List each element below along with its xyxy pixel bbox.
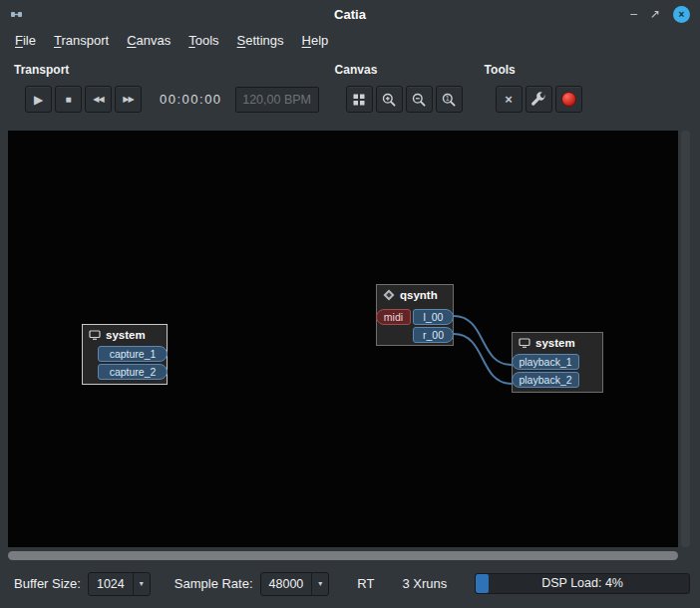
clear-xruns-icon: × (505, 93, 513, 106)
xruns-counter: 3 Xruns (402, 576, 447, 591)
transport-time-display: 00:00:00 (160, 92, 222, 107)
port-playback-2[interactable]: playback_2 (512, 372, 579, 388)
svg-text:1: 1 (446, 95, 450, 102)
transport-section: Transport ▶ ■ ◀◀ ▶▶ 00:00:00 120,00 BPM (14, 63, 319, 113)
canvas-area: system capture_1 capture_2 qsynth midi l… (8, 131, 692, 547)
horizontal-scrollbar-handle[interactable] (8, 551, 678, 560)
forward-icon: ▶▶ (123, 95, 133, 104)
stop-icon: ■ (65, 94, 71, 105)
realtime-badge: RT (357, 576, 374, 591)
box-header[interactable]: qsynth (377, 285, 453, 304)
zoom-in-icon (381, 92, 397, 108)
horizontal-scrollbar[interactable] (8, 551, 678, 560)
forward-button[interactable]: ▶▶ (115, 86, 142, 113)
toolbar: Transport ▶ ■ ◀◀ ▶▶ 00:00:00 120,00 BPM … (0, 53, 700, 123)
box-title: system (106, 329, 146, 341)
vertical-scrollbar[interactable] (678, 131, 692, 547)
play-button[interactable]: ▶ (25, 86, 52, 113)
port-playback-1[interactable]: playback_1 (512, 354, 579, 370)
sample-rate-label: Sample Rate: (175, 576, 253, 591)
sample-rate-value: 48000 (261, 577, 312, 591)
window-title: Catia (0, 7, 700, 22)
box-title: system (535, 337, 575, 349)
box-title: qsynth (400, 289, 438, 301)
sample-rate-select[interactable]: 48000 ▾ (260, 572, 330, 596)
minimize-button[interactable]: – (630, 8, 637, 20)
box-qsynth[interactable]: qsynth midi l_00 r_00 (376, 284, 454, 346)
app-icon (10, 7, 24, 21)
dsp-load-progressbar: DSP Load: 4% (475, 573, 690, 594)
stop-button[interactable]: ■ (55, 86, 82, 113)
configure-button[interactable] (525, 86, 552, 113)
port-r00[interactable]: r_00 (413, 327, 454, 343)
port-capture-1[interactable]: capture_1 (98, 346, 168, 362)
box-header[interactable]: system (83, 325, 167, 344)
wrench-icon (530, 92, 546, 108)
port-capture-2[interactable]: capture_2 (98, 364, 168, 380)
vertical-scrollbar-handle[interactable] (681, 131, 690, 547)
bpm-display: 120,00 BPM (235, 87, 319, 113)
close-button[interactable]: × (673, 6, 690, 23)
box-system-capture[interactable]: system capture_1 capture_2 (82, 324, 168, 385)
menu-canvas[interactable]: Canvas (118, 30, 179, 51)
zoom-out-icon (411, 92, 427, 108)
patchbay-canvas[interactable]: system capture_1 capture_2 qsynth midi l… (8, 131, 678, 547)
arrange-button[interactable] (346, 86, 373, 113)
wire-l00-playback1 (454, 316, 512, 365)
tools-section-label: Tools (485, 63, 582, 77)
red-circle-icon (561, 92, 576, 107)
box-system-playback[interactable]: system playback_1 playback_2 (512, 332, 603, 393)
menu-tools[interactable]: Tools (179, 30, 227, 51)
port-midi[interactable]: midi (376, 309, 411, 325)
grid-icon (351, 92, 367, 108)
menu-transport[interactable]: Transport (45, 30, 118, 51)
chevron-down-icon: ▾ (133, 573, 150, 595)
window-controls: – ↗ × (630, 6, 690, 23)
buffer-size-label: Buffer Size: (14, 576, 81, 591)
clear-xruns-button[interactable]: × (496, 86, 523, 113)
menu-file[interactable]: File (6, 30, 45, 51)
tools-section: Tools × (485, 63, 582, 113)
canvas-section-label: Canvas (335, 63, 463, 77)
rewind-icon: ◀◀ (93, 95, 103, 104)
menubar: File Transport Canvas Tools Settings Hel… (0, 28, 700, 53)
application-icon (383, 289, 395, 301)
menu-help[interactable]: Help (293, 30, 338, 51)
zoom-in-button[interactable] (376, 86, 403, 113)
box-header[interactable]: system (513, 333, 602, 352)
rewind-button[interactable]: ◀◀ (85, 86, 112, 113)
dsp-load-text: DSP Load: 4% (476, 574, 689, 593)
hardware-icon (519, 337, 530, 349)
port-l00[interactable]: l_00 (413, 309, 454, 325)
statusbar: Buffer Size: 1024 ▾ Sample Rate: 48000 ▾… (0, 560, 700, 607)
hardware-icon (89, 329, 101, 341)
buffer-size-value: 1024 (89, 577, 133, 591)
chevron-down-icon: ▾ (311, 573, 328, 595)
wire-r00-playback2 (454, 334, 512, 384)
buffer-size-select[interactable]: 1024 ▾ (88, 572, 151, 596)
catia-window: Catia – ↗ × File Transport Canvas Tools … (0, 0, 700, 608)
jack-stop-button[interactable] (555, 86, 582, 113)
titlebar: Catia – ↗ × (0, 0, 700, 28)
play-icon: ▶ (34, 93, 43, 107)
menu-settings[interactable]: Settings (228, 30, 293, 51)
zoom-out-button[interactable] (406, 86, 433, 113)
maximize-button[interactable]: ↗ (650, 8, 660, 20)
transport-section-label: Transport (14, 63, 319, 77)
zoom-100-icon: 1 (441, 92, 457, 108)
canvas-section: Canvas 1 (335, 63, 463, 113)
zoom-100-button[interactable]: 1 (436, 86, 463, 113)
